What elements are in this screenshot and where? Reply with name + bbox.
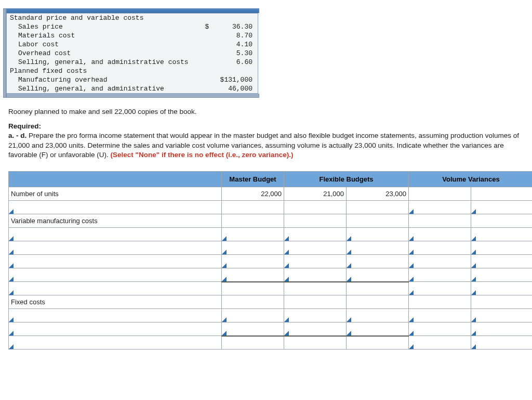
subtotal-cell[interactable] xyxy=(222,282,284,295)
blank-cell xyxy=(471,214,533,228)
input-label[interactable] xyxy=(9,336,222,350)
total-cell[interactable] xyxy=(222,336,284,350)
subtotal-cell[interactable] xyxy=(284,282,347,295)
input-cell[interactable] xyxy=(471,282,533,295)
header-volume-variances: Volume Variances xyxy=(409,172,533,187)
input-cell[interactable] xyxy=(347,228,409,241)
fc-header-row: Fixed costs xyxy=(9,295,533,309)
blank-cell xyxy=(222,214,284,228)
input-cell[interactable] xyxy=(222,228,284,241)
vmc-label: Variable manufacturing costs xyxy=(9,214,222,228)
input-cell[interactable] xyxy=(347,255,409,268)
row-label: Selling, general, and administrative cos… xyxy=(7,58,202,67)
input-cell[interactable] xyxy=(222,309,284,322)
input-cell[interactable] xyxy=(471,255,533,268)
fc-label: Fixed costs xyxy=(9,295,222,309)
input-cell[interactable] xyxy=(409,322,471,336)
row-label: Materials cost xyxy=(7,31,202,40)
section-title: Standard price and variable costs xyxy=(7,14,258,23)
header-row: Master Budget Flexible Budgets Volume Va… xyxy=(9,172,533,187)
input-cell[interactable] xyxy=(284,322,347,336)
input-cell[interactable] xyxy=(284,241,347,255)
req-prefix: a. - d. xyxy=(8,132,26,139)
input-cell[interactable] xyxy=(347,201,409,214)
input-cell[interactable] xyxy=(222,241,284,255)
blank-cell xyxy=(347,214,409,228)
net-income-row xyxy=(9,336,533,350)
input-cell[interactable] xyxy=(347,309,409,322)
input-label[interactable] xyxy=(9,241,222,255)
scroll-top-bar xyxy=(6,8,259,13)
input-cell[interactable] xyxy=(409,309,471,322)
blank-cell xyxy=(284,214,347,228)
blank-cell xyxy=(471,295,533,309)
units-master-cell: 22,000 xyxy=(222,187,284,201)
input-label[interactable] xyxy=(9,255,222,268)
input-cell[interactable] xyxy=(409,282,471,295)
input-cell[interactable] xyxy=(347,322,409,336)
units-variance-type[interactable] xyxy=(471,187,533,201)
input-cell[interactable] xyxy=(409,201,471,214)
input-cell[interactable] xyxy=(409,336,471,350)
blank-cell xyxy=(222,295,284,309)
question-text: Rooney planned to make and sell 22,000 c… xyxy=(8,107,524,160)
units-variance-amount[interactable] xyxy=(409,187,471,201)
input-cell[interactable] xyxy=(284,268,347,282)
input-cell[interactable] xyxy=(409,241,471,255)
fc-row-1 xyxy=(9,309,533,322)
total-cell[interactable] xyxy=(347,336,409,350)
input-cell[interactable] xyxy=(284,309,347,322)
scroll-bottom-ridge xyxy=(6,94,259,98)
input-cell[interactable] xyxy=(409,228,471,241)
input-cell[interactable] xyxy=(471,322,533,336)
blank-cell xyxy=(409,214,471,228)
input-label[interactable] xyxy=(9,268,222,282)
input-cell[interactable] xyxy=(471,268,533,282)
input-cell[interactable] xyxy=(222,201,284,214)
input-cell[interactable] xyxy=(471,228,533,241)
answer-table: Master Budget Flexible Budgets Volume Va… xyxy=(8,171,532,350)
units-label: Number of units xyxy=(9,187,222,201)
subtotal-cell[interactable] xyxy=(347,282,409,295)
row-label: Labor cost xyxy=(7,40,202,49)
total-cell[interactable] xyxy=(284,336,347,350)
vmc-header-row: Variable manufacturing costs xyxy=(9,214,533,228)
input-cell[interactable] xyxy=(347,268,409,282)
input-cell[interactable] xyxy=(471,336,533,350)
input-cell[interactable] xyxy=(409,268,471,282)
vmc-row-3 xyxy=(9,255,533,268)
input-label[interactable] xyxy=(9,322,222,336)
section-title: Planned fixed costs xyxy=(7,67,258,75)
input-cell[interactable] xyxy=(284,228,347,241)
row-label: Overhead cost xyxy=(7,49,202,58)
req-instruction-red: (Select "None" if there is no effect (i.… xyxy=(111,151,294,159)
required-label: Required: xyxy=(8,122,41,130)
input-label[interactable] xyxy=(9,282,222,295)
input-label[interactable] xyxy=(9,309,222,322)
intro-paragraph: Rooney planned to make and sell 22,000 c… xyxy=(8,107,524,117)
blank-cell xyxy=(284,295,347,309)
input-cell[interactable] xyxy=(222,322,284,336)
blank-cell xyxy=(409,295,471,309)
input-cell[interactable] xyxy=(471,309,533,322)
input-cell[interactable] xyxy=(284,255,347,268)
given-data-table: Standard price and variable costs Sales … xyxy=(6,13,258,94)
input-label[interactable] xyxy=(9,228,222,241)
vmc-row-2 xyxy=(9,241,533,255)
given-data-block: Standard price and variable costs Sales … xyxy=(6,8,526,98)
header-blank xyxy=(9,172,222,187)
units-flex1-cell: 21,000 xyxy=(284,187,347,201)
input-cell[interactable] xyxy=(222,268,284,282)
row-label: Sales price xyxy=(7,22,202,31)
input-cell[interactable] xyxy=(471,201,533,214)
input-cell[interactable] xyxy=(222,255,284,268)
input-cell[interactable] xyxy=(471,241,533,255)
header-flexible-budgets: Flexible Budgets xyxy=(284,172,409,187)
sales-label-input[interactable] xyxy=(9,201,222,214)
input-cell[interactable] xyxy=(347,241,409,255)
input-cell[interactable] xyxy=(284,201,347,214)
sales-row xyxy=(9,201,533,214)
input-cell[interactable] xyxy=(409,255,471,268)
contribution-margin-row xyxy=(9,282,533,295)
row-label: Selling, general, and administrative xyxy=(7,84,202,94)
